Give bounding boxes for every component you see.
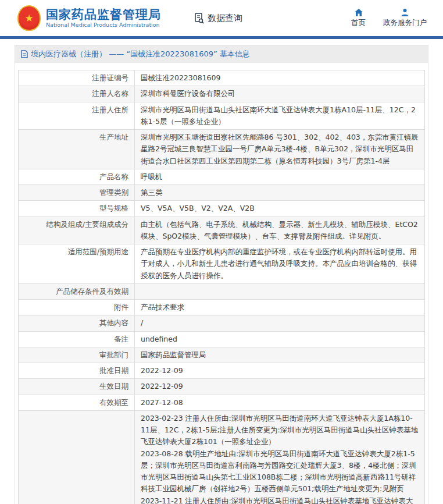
row-label: 审批部门 (19, 347, 135, 363)
table-row-registrant-name: 注册人名称 深圳市科曼医疗设备有限公司 (19, 86, 424, 102)
table-row-intended-use: 适用范围/预期用途 产品预期在专业医疗机构内部的重症监护环境，或在专业医疗机构内… (19, 244, 424, 284)
row-label: 注册人住所 (19, 102, 135, 130)
row-label: 注册证编号 (19, 70, 135, 86)
table-row-change-history: 2023-02-23 注册人住所由:深圳市光明区马田街道南环大道飞亚达钟表大厦1… (19, 411, 424, 504)
table-row-product-name: 产品名称 呼吸机 (19, 169, 424, 185)
row-label: 有效期至 (19, 395, 135, 410)
home-icon (354, 8, 363, 17)
row-label: 生效日期 (19, 379, 135, 394)
row-value: / (135, 315, 424, 331)
row-label: 结构及组成/主要组成成分 (19, 217, 135, 244)
row-value: 深圳市光明区玉塘街道田寮社区先能路86 号301、302、402、403，东莞市… (135, 130, 424, 169)
table-row-remark: 备注 undefined (19, 332, 424, 347)
row-value (135, 284, 424, 299)
agency-name: 国家药品监督管理局 (46, 8, 161, 22)
row-value: 深圳市光明区马田街道马山头社区南环大道飞亚达钟表大厦1栋A10层-11层、12C… (135, 102, 424, 130)
nav-portal-label: 政务服务门户 (383, 18, 427, 28)
row-label: 管理类别 (19, 185, 135, 200)
data-query-label: 数据查询 (208, 13, 242, 24)
agency-title-block: 国家药品监督管理局 National Medical Products Admi… (46, 8, 161, 29)
row-label: 附件 (19, 300, 135, 315)
national-emblem-icon: ★ (17, 5, 41, 31)
row-value: 产品技术要求 (135, 300, 424, 315)
row-label: 型号规格 (19, 201, 135, 216)
page-icon (21, 50, 28, 58)
registration-info-table: 注册证编号 国械注准20223081609 注册人名称 深圳市科曼医疗设备有限公… (18, 70, 425, 504)
row-value: 深圳市科曼医疗设备有限公司 (135, 86, 424, 101)
table-row-effective-date: 生效日期 2022-12-09 (19, 379, 424, 395)
table-row-management-class: 管理类别 第三类 (19, 185, 424, 201)
site-header: ★ 国家药品监督管理局 National Medical Products Ad… (0, 0, 443, 36)
nav-home-link[interactable]: 首页 (351, 8, 366, 28)
table-row-approval-date: 批准日期 2022-12-09 (19, 363, 424, 379)
row-value: 呼吸机 (135, 169, 424, 184)
row-value: 2022-12-09 (135, 379, 424, 394)
row-value: 由主机（包括气路、电子系统、机械结构、显示器、新生儿模块、辅助压模块、EtCO2… (135, 217, 424, 244)
document-search-icon (194, 12, 205, 24)
row-value: 2027-12-08 (135, 395, 424, 410)
row-label (19, 411, 135, 504)
table-row-other-content: 其他内容 / (19, 315, 424, 331)
page-title: 境内医疗器械（注册） —— “国械注准20223081609” 基本信息 (31, 49, 250, 59)
nav-portal-link[interactable]: 政务服务门户 (383, 8, 427, 28)
row-label: 生产地址 (19, 130, 135, 169)
data-query-section-link[interactable]: 数据查询 (194, 12, 242, 24)
row-value: V5、V5A、V5B、V2、V2A、V2B (135, 201, 424, 216)
table-row-production-address: 生产地址 深圳市光明区玉塘街道田寮社区先能路86 号301、302、402、40… (19, 130, 424, 169)
row-label: 注册人名称 (19, 86, 135, 101)
row-label: 批准日期 (19, 363, 135, 378)
table-row-storage: 产品储存条件及有效期 (19, 284, 424, 300)
content-container: 境内医疗器械（注册） —— “国械注准20223081609” 基本信息 注册证… (15, 45, 428, 504)
row-value: 国械注准20223081609 (135, 70, 424, 86)
row-value: 产品预期在专业医疗机构内部的重症监护环境，或在专业医疗机构内部转运时使用。用于对… (135, 244, 424, 283)
row-label: 其他内容 (19, 315, 135, 331)
row-value: 2023-02-23 注册人住所由:深圳市光明区马田街道南环大道飞亚达钟表大厦1… (135, 411, 424, 504)
row-value: undefined (135, 332, 424, 347)
table-row-structure: 结构及组成/主要组成成分 由主机（包括气路、电子系统、机械结构、显示器、新生儿模… (19, 217, 424, 245)
table-row-attachment: 附件 产品技术要求 (19, 300, 424, 315)
agency-name-en: National Medical Products Administration (46, 22, 161, 29)
row-value: 2022-12-09 (135, 363, 424, 378)
row-label: 适用范围/预期用途 (19, 244, 135, 283)
header-nav: 首页 政务服务门户 (351, 8, 427, 28)
table-row-reg-number: 注册证编号 国械注准20223081609 (19, 70, 424, 86)
table-row-expiry-date: 有效期至 2027-12-08 (19, 395, 424, 411)
table-row-approval-dept: 审批部门 国家药品监督管理局 (19, 347, 424, 363)
user-icon (401, 8, 409, 17)
row-label: 产品储存条件及有效期 (19, 284, 135, 299)
breadcrumb: 境内医疗器械（注册） —— “国械注准20223081609” 基本信息 (15, 45, 428, 63)
row-value: 第三类 (135, 185, 424, 200)
row-label: 产品名称 (19, 169, 135, 184)
table-row-model-spec: 型号规格 V5、V5A、V5B、V2、V2A、V2B (19, 201, 424, 216)
table-row-registrant-address: 注册人住所 深圳市光明区马田街道马山头社区南环大道飞亚达钟表大厦1栋A10层-1… (19, 102, 424, 130)
row-label: 备注 (19, 332, 135, 347)
agency-logo-link[interactable]: ★ 国家药品监督管理局 National Medical Products Ad… (17, 5, 161, 31)
row-value: 国家药品监督管理局 (135, 347, 424, 363)
nav-home-label: 首页 (351, 18, 366, 28)
header-divider-bar (0, 36, 443, 39)
